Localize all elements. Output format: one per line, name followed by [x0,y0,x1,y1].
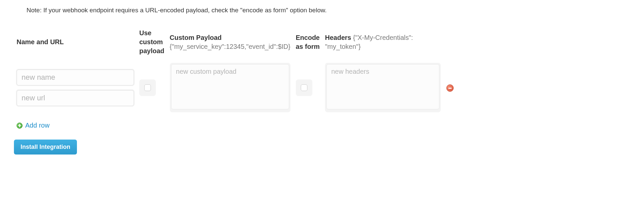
encode-as-form-checkbox[interactable] [301,84,307,91]
name-input[interactable] [17,69,134,85]
header-headers: Headers {"X-My-Credentials": "my_token"} [322,27,443,61]
use-custom-payload-checkbox-wrap [139,79,156,96]
header-name-url: Name and URL [14,27,137,61]
install-integration-button[interactable]: Install Integration [14,140,77,155]
header-custom-payload: Custom Payload {"my_service_key":12345,"… [167,27,293,61]
custom-payload-wrap [170,63,290,112]
url-input[interactable] [17,90,134,106]
remove-row-button[interactable] [446,84,454,92]
headers-input-wrap [325,63,441,112]
encode-as-form-checkbox-wrap [296,79,312,96]
add-row-label: Add row [25,122,49,129]
headers-input[interactable] [326,64,439,109]
use-custom-payload-checkbox[interactable] [144,84,151,91]
header-custom-payload-hint: {"my_service_key":12345,"event_id":$ID} [170,43,290,50]
header-custom-payload-label: Custom Payload [170,34,222,41]
plus-icon [17,123,23,129]
integration-table: Name and URL Use custom payload Custom P… [14,27,457,114]
header-use-custom: Use custom payload [137,27,167,61]
minus-icon [448,88,452,89]
note-text: Note: If your webhook endpoint requires … [27,7,644,14]
header-headers-label: Headers [325,34,351,41]
header-encode-form: Encode as form [293,27,322,61]
header-remove [443,27,457,61]
add-row-link[interactable]: Add row [17,122,49,129]
custom-payload-input[interactable] [171,64,289,109]
integration-row [14,61,457,114]
